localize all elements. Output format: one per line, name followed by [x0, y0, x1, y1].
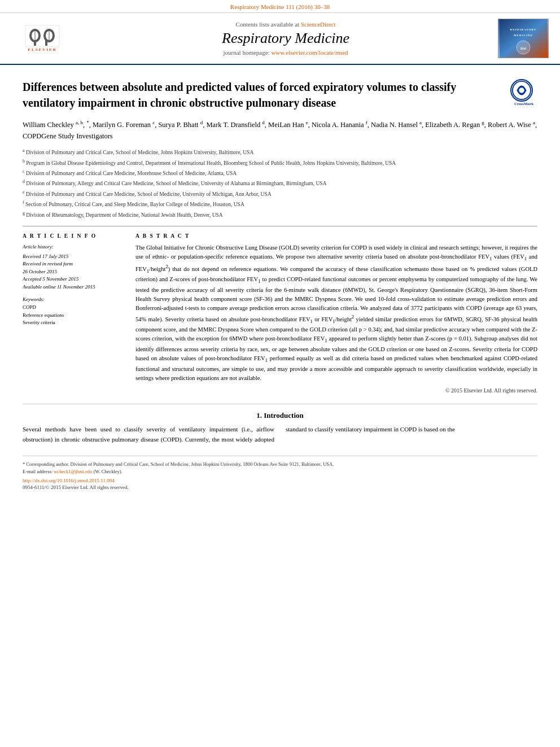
crossmark-label: CrossMark	[510, 102, 537, 107]
journal-name: Respiratory Medicine	[73, 30, 498, 47]
elsevier-emblem-icon: ELSEVIER	[23, 24, 62, 53]
received-date: Received 17 July 2015	[23, 253, 124, 261]
affiliation-b: b Program in Global Disease Epidemiology…	[23, 158, 537, 167]
keyword-reference: Reference equations	[23, 312, 124, 320]
abstract-column: A B S T R A C T The Global Initiative fo…	[135, 233, 537, 394]
science-direct-link[interactable]: ScienceDirect	[301, 21, 336, 28]
svg-point-16	[519, 88, 524, 93]
article-history: Article history: Received 17 July 2015 R…	[23, 243, 124, 291]
article-info-title: A R T I C L E I N F O	[23, 233, 124, 239]
available-date: Available online 11 November 2015	[23, 283, 124, 291]
citation-text: Respiratory Medicine 111 (2016) 30–38	[230, 3, 330, 10]
authors-block: William Checkley a, b, *, Marilyn G. For…	[23, 119, 537, 142]
svg-text:MEDICINE: MEDICINE	[513, 34, 532, 37]
affiliation-d: d Division of Pulmonary, Allergy and Cri…	[23, 178, 537, 187]
section-divider	[23, 226, 537, 226]
science-direct-line: Contents lists available at ScienceDirec…	[73, 21, 498, 28]
doi-link[interactable]: http://dx.doi.org/10.1016/j.rmed.2015.11…	[23, 478, 115, 483]
email-link[interactable]: wcheck1@jhmi.edu	[54, 469, 92, 474]
abstract-title: A B S T R A C T	[135, 233, 537, 239]
crossmark-icon	[510, 79, 533, 102]
affiliation-f: f Section of Pulmonary, Critical Care, a…	[23, 199, 537, 208]
affiliation-c: c Division of Pulmonary and Critical Car…	[23, 168, 537, 177]
elsevier-logo: ELSEVIER	[11, 19, 73, 58]
svg-text:RM: RM	[520, 47, 526, 50]
keyword-severity: Severity criteria	[23, 319, 124, 327]
affiliations-block: a Division of Pulmonary and Critical Car…	[23, 147, 537, 219]
journal-cover-image: RESPIRATORY MEDICINE RM	[500, 19, 548, 58]
intro-divider	[23, 404, 537, 404]
keywords-list: COPD Reference equations Severity criter…	[23, 304, 124, 327]
abstract-text: The Global Initiative for Chronic Obstru…	[135, 243, 537, 383]
history-label: Article history:	[23, 243, 124, 251]
journal-center: Contents lists available at ScienceDirec…	[73, 21, 498, 56]
intro-text: Several methods have been used to classi…	[23, 425, 537, 444]
article-title-block: Differences between absolute and predict…	[23, 79, 537, 111]
keywords-section: Keywords: COPD Reference equations Sever…	[23, 296, 124, 327]
info-abstract-columns: A R T I C L E I N F O Article history: R…	[23, 233, 537, 394]
svg-text:ELSEVIER: ELSEVIER	[28, 47, 56, 52]
homepage-link[interactable]: www.elsevier.com/locate/rmed	[271, 49, 348, 56]
copyright-line: © 2015 Elsevier Ltd. All rights reserved…	[135, 387, 537, 394]
affiliation-g: g Division of Rheumatology, Department o…	[23, 210, 537, 219]
keyword-copd: COPD	[23, 304, 124, 312]
revised-date: Received in revised form	[23, 260, 124, 268]
footer-area: * Corresponding author. Division of Pulm…	[23, 456, 537, 490]
revised-date-2: 26 October 2015	[23, 268, 124, 276]
journal-homepage-line: journal homepage: www.elsevier.com/locat…	[73, 49, 498, 56]
article-info-column: A R T I C L E I N F O Article history: R…	[23, 233, 124, 394]
crossmark-svg	[511, 80, 532, 101]
crossmark-badge[interactable]: CrossMark	[510, 79, 537, 106]
affiliation-e: e Division of Pulmonary and Critical Car…	[23, 189, 537, 198]
doi-line: http://dx.doi.org/10.1016/j.rmed.2015.11…	[23, 478, 537, 483]
introduction-section: 1. Introduction Several methods have bee…	[23, 411, 537, 444]
abstract-paragraph: The Global Initiative for Chronic Obstru…	[135, 243, 537, 383]
affiliation-a: a Division of Pulmonary and Critical Car…	[23, 147, 537, 156]
contents-label: Contents lists available at	[235, 21, 299, 28]
article-title: Differences between absolute and predict…	[23, 81, 456, 109]
svg-text:RESPIRATORY: RESPIRATORY	[510, 28, 536, 31]
issn-line: 0954-6111/© 2015 Elsevier Ltd. All right…	[23, 484, 537, 490]
homepage-label: journal homepage:	[223, 49, 269, 56]
accepted-date: Accepted 5 November 2015	[23, 276, 124, 283]
corresponding-author-footnote: * Corresponding author. Division of Pulm…	[23, 461, 537, 475]
intro-section-title: 1. Introduction	[23, 411, 537, 420]
journal-right-logo: RESPIRATORY MEDICINE RM	[498, 19, 549, 58]
main-content: Differences between absolute and predict…	[0, 65, 560, 501]
citation-bar: Respiratory Medicine 111 (2016) 30–38	[0, 0, 560, 13]
journal-header: ELSEVIER Contents lists available at Sci…	[0, 13, 560, 65]
authors-text: William Checkley a, b, *, Marilyn G. For…	[23, 121, 537, 140]
keywords-title: Keywords:	[23, 296, 124, 302]
